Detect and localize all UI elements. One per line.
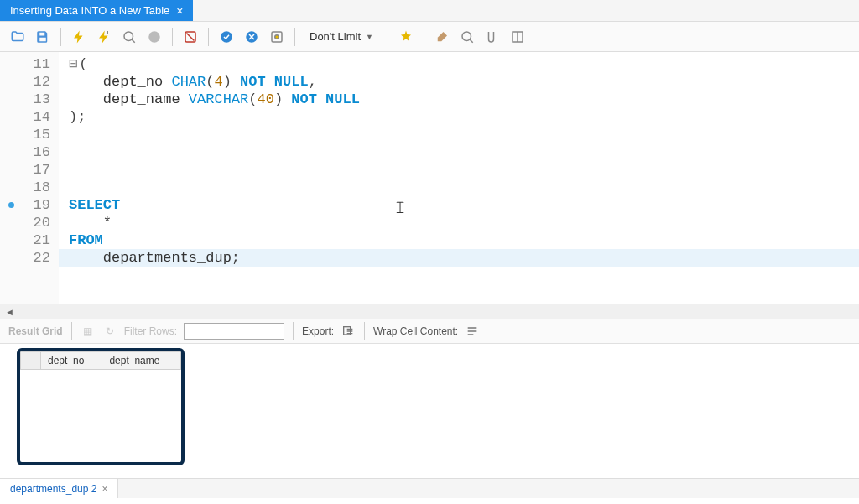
stop-icon[interactable] [145, 28, 164, 46]
rollback-icon[interactable] [242, 28, 261, 46]
code-line[interactable]: * [69, 214, 859, 231]
svg-point-1 [124, 32, 133, 41]
result-tab-active[interactable]: departments_dup 2 × [0, 479, 118, 498]
result-grid-highlight: dept_nodept_name [17, 348, 185, 465]
explain-icon[interactable] [120, 28, 138, 46]
open-file-icon[interactable] [8, 28, 27, 46]
export-icon[interactable] [341, 324, 356, 339]
line-number-gutter: 111213141516171819202122 [0, 52, 59, 304]
sql-toolbar: I Don't Limit ▼ [0, 22, 859, 52]
code-line[interactable] [69, 126, 859, 143]
close-icon[interactable]: × [176, 5, 183, 17]
wrap-cell-label: Wrap Cell Content: [373, 325, 458, 337]
autocommit-icon[interactable] [268, 28, 286, 46]
text-cursor-icon: 𝙸 [394, 199, 406, 216]
code-line[interactable] [69, 161, 859, 179]
toolbar-separator [60, 28, 61, 46]
svg-text:I: I [107, 30, 109, 35]
toolbar-separator [294, 28, 295, 46]
editor-tab-bar: Inserting Data INTO a New Table × [0, 0, 859, 22]
svg-point-7 [275, 34, 279, 39]
sql-editor[interactable]: 111213141516171819202122 𝙸 ⊟( dept_no CH… [0, 52, 859, 304]
beautify-icon[interactable] [397, 28, 415, 46]
toolbar-separator [71, 322, 72, 340]
chevron-down-icon: ▼ [366, 33, 373, 41]
editor-tab-active[interactable]: Inserting Data INTO a New Table × [0, 0, 193, 21]
toolbar-separator [172, 28, 173, 46]
row-limit-label: Don't Limit [310, 30, 361, 43]
row-number-header [21, 352, 41, 370]
result-grid[interactable]: dept_nodept_name [20, 351, 181, 370]
brush-icon[interactable] [433, 28, 451, 46]
export-label: Export: [302, 325, 334, 337]
save-icon[interactable] [34, 28, 52, 46]
code-line[interactable]: ⊟( [69, 55, 859, 73]
toolbar-separator [208, 28, 209, 46]
result-tab-bar: departments_dup 2 × [0, 478, 859, 498]
code-line[interactable]: dept_no CHAR(4) NOT NULL, [69, 73, 859, 91]
code-line[interactable] [69, 143, 859, 161]
toolbar-separator [424, 28, 424, 46]
code-area[interactable]: 𝙸 ⊟( dept_no CHAR(4) NOT NULL, dept_name… [59, 52, 859, 304]
execute-current-icon[interactable]: I [95, 28, 113, 46]
toolbar-separator [388, 28, 388, 46]
invisible-chars-icon[interactable] [483, 28, 502, 46]
toolbar-separator [293, 322, 294, 340]
svg-point-8 [462, 32, 471, 41]
filter-rows-label: Filter Rows: [124, 325, 177, 337]
column-header[interactable]: dept_no [41, 352, 102, 370]
no-limit-icon[interactable] [181, 28, 200, 46]
scroll-left-icon[interactable]: ◄ [5, 307, 14, 317]
result-grid-toolbar: Result Grid ▦ ↻ Filter Rows: Export: Wra… [0, 319, 859, 344]
refresh-icon[interactable]: ↻ [102, 324, 117, 339]
code-line[interactable] [69, 179, 859, 196]
code-line[interactable]: FROM [69, 231, 859, 249]
code-line[interactable]: ); [69, 108, 859, 126]
editor-tab-title: Inserting Data INTO a New Table [10, 4, 169, 17]
svg-point-2 [148, 31, 160, 43]
search-icon[interactable] [458, 28, 476, 46]
close-icon[interactable]: × [102, 483, 107, 495]
code-line[interactable]: dept_name VARCHAR(40) NOT NULL [69, 91, 859, 108]
result-tab-label: departments_dup 2 [10, 483, 96, 495]
wrap-icon[interactable] [508, 28, 527, 46]
column-header[interactable]: dept_name [102, 352, 181, 370]
code-line[interactable]: SELECT [69, 196, 859, 214]
row-limit-dropdown[interactable]: Don't Limit ▼ [304, 28, 379, 45]
execute-icon[interactable] [70, 28, 88, 46]
result-grid-area: dept_nodept_name [0, 344, 859, 478]
result-grid-label: Result Grid [8, 325, 63, 337]
wrap-cell-icon[interactable] [465, 324, 480, 339]
svg-point-4 [221, 31, 232, 43]
horizontal-scrollbar[interactable]: ◄ [0, 304, 859, 319]
code-line[interactable]: departments_dup; [59, 249, 859, 267]
filter-rows-input[interactable] [184, 323, 284, 340]
toolbar-separator [364, 322, 365, 340]
commit-icon[interactable] [217, 28, 236, 46]
grid-view-icon[interactable]: ▦ [81, 324, 96, 339]
